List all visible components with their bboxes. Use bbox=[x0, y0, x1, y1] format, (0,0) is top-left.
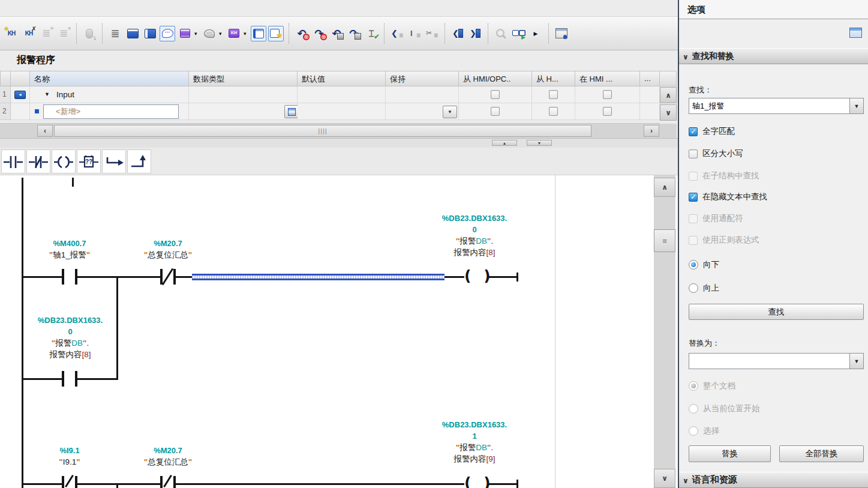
goto-related-icon[interactable] bbox=[389, 26, 405, 41]
contact-operand-label[interactable]: %I9.1 I9.1 bbox=[28, 445, 112, 468]
previous-error-icon[interactable] bbox=[294, 26, 310, 41]
next-error-icon[interactable] bbox=[311, 26, 327, 41]
operand-info-toggle-icon[interactable] bbox=[177, 26, 193, 41]
edit-favorites-icon[interactable] bbox=[268, 26, 284, 41]
table-cell[interactable] bbox=[640, 86, 660, 103]
replace-input[interactable] bbox=[692, 354, 849, 369]
insert-line-icon[interactable] bbox=[407, 26, 422, 41]
delete-network-icon[interactable] bbox=[21, 26, 37, 41]
table-cell[interactable] bbox=[575, 103, 640, 120]
empty-box-button[interactable]: ?? bbox=[77, 149, 101, 173]
column-header-default-value[interactable]: 默认值 bbox=[298, 71, 386, 86]
coil-operand-label[interactable]: %DB23.DBX1633. 1 报警DB 报警内容[9] bbox=[420, 419, 529, 465]
direction-up-radio[interactable] bbox=[689, 283, 698, 293]
nc-contact-bar[interactable] bbox=[75, 476, 77, 488]
symbol-info-toggle-icon[interactable] bbox=[226, 26, 242, 41]
comment-display-dropdown-icon[interactable] bbox=[219, 26, 224, 41]
find-replace-icon[interactable] bbox=[493, 26, 509, 41]
table-cell-name[interactable] bbox=[30, 103, 189, 120]
rung-wire[interactable] bbox=[487, 276, 516, 278]
nc-contact-bar[interactable] bbox=[160, 476, 163, 488]
find-combobox[interactable]: ▼ bbox=[689, 98, 864, 114]
table-hscroll-left-button[interactable]: ‹ bbox=[37, 125, 53, 137]
table-cell[interactable] bbox=[575, 86, 640, 103]
branch-contact-operand-label[interactable]: %DB23.DBX1633. 0 报警DB 报警内容[8] bbox=[19, 315, 121, 360]
in-hmi-checkbox[interactable] bbox=[603, 90, 612, 99]
rung-wire[interactable] bbox=[176, 276, 192, 278]
in-hmi-checkbox[interactable] bbox=[603, 107, 612, 116]
column-header-name[interactable]: 名称 bbox=[30, 71, 189, 86]
close-branch-button[interactable] bbox=[127, 149, 151, 173]
table-scroll-down-button[interactable]: ∨ bbox=[660, 104, 677, 121]
coil-symbol[interactable]: ( ) bbox=[464, 474, 494, 488]
open-branch-button[interactable] bbox=[102, 149, 126, 173]
rung-wire[interactable] bbox=[22, 483, 62, 485]
from-h-checkbox[interactable] bbox=[549, 90, 558, 99]
splitter-collapse-down-button[interactable]: ▼ bbox=[527, 140, 552, 146]
column-header-more[interactable]: ... bbox=[640, 71, 660, 86]
from-hmi-opc-checkbox[interactable] bbox=[491, 90, 500, 99]
find-dropdown-arrow-icon[interactable]: ▼ bbox=[849, 98, 863, 113]
insert-empty-box-icon[interactable] bbox=[38, 26, 54, 41]
nc-contact-button[interactable] bbox=[26, 149, 50, 173]
data-type-picker-button[interactable] bbox=[284, 105, 299, 118]
replace-combobox[interactable]: ▼ bbox=[689, 353, 864, 369]
table-cell[interactable] bbox=[189, 86, 298, 103]
replace-all-button[interactable]: 全部替换 bbox=[779, 445, 864, 462]
consistency-check-icon[interactable] bbox=[364, 26, 379, 41]
table-cell[interactable] bbox=[640, 103, 660, 120]
nc-contact-bar[interactable] bbox=[173, 476, 176, 488]
from-hmi-opc-checkbox[interactable] bbox=[491, 107, 500, 116]
monitoring-icon[interactable] bbox=[510, 26, 526, 41]
collapse-arrow-icon[interactable]: ▼ bbox=[44, 91, 50, 97]
from-h-checkbox[interactable] bbox=[549, 107, 558, 116]
splitter-collapse-up-button[interactable]: ▲ bbox=[492, 140, 517, 146]
whole-words-option[interactable]: 全字匹配 bbox=[689, 126, 735, 137]
find-in-hidden-option[interactable]: 在隐藏文本中查找 bbox=[689, 191, 767, 202]
rung-wire[interactable] bbox=[22, 276, 62, 278]
insert-row-icon[interactable] bbox=[56, 26, 71, 41]
table-cell[interactable] bbox=[532, 86, 575, 103]
find-button[interactable]: 查找 bbox=[689, 304, 864, 320]
nc-contact-bar[interactable] bbox=[160, 269, 163, 285]
lad-network-canvas[interactable]: ( ) %M400.7 轴1_报警 %M20.7 总复位汇总 %DB23.DBX… bbox=[0, 175, 678, 488]
coil-button[interactable] bbox=[52, 149, 76, 173]
column-header-from-hmi-opc[interactable]: 从 HMI/OPC.. bbox=[459, 71, 532, 86]
coil-operand-label[interactable]: %DB23.DBX1633. 0 报警DB 报警内容[8] bbox=[420, 212, 529, 258]
direction-down-option[interactable]: 向下 bbox=[689, 259, 719, 270]
branch-junction-wire[interactable] bbox=[116, 483, 118, 488]
network-sequence-icon[interactable] bbox=[107, 26, 123, 41]
find-input[interactable] bbox=[692, 98, 849, 113]
float-window-icon[interactable] bbox=[849, 28, 862, 38]
retain-dropdown-button[interactable]: ▼ bbox=[443, 106, 457, 118]
find-in-hidden-checkbox[interactable] bbox=[689, 193, 698, 202]
whole-words-checkbox[interactable] bbox=[689, 127, 698, 136]
rung-wire[interactable] bbox=[444, 276, 464, 278]
contact-operand-label[interactable]: %M400.7 轴1_报警 bbox=[28, 238, 112, 261]
rung-wire[interactable] bbox=[77, 276, 160, 278]
column-header-data-type[interactable]: 数据类型 bbox=[189, 71, 298, 86]
rung-wire[interactable] bbox=[77, 483, 160, 485]
column-header-retain[interactable]: 保持 bbox=[386, 71, 459, 86]
new-variable-input[interactable] bbox=[43, 104, 179, 119]
table-scroll-up-button[interactable]: ∧ bbox=[660, 87, 677, 103]
comment-display-toggle-icon[interactable] bbox=[202, 26, 217, 41]
table-cell-name[interactable]: ▼ Input bbox=[30, 86, 189, 103]
table-cell[interactable] bbox=[459, 103, 532, 120]
column-header-in-hmi[interactable]: 在 HMI ... bbox=[575, 71, 640, 86]
split-editor-icon[interactable] bbox=[554, 26, 569, 41]
more-commands-icon[interactable] bbox=[528, 26, 543, 41]
replace-dropdown-arrow-icon[interactable]: ▼ bbox=[849, 354, 863, 369]
table-hscroll-right-button[interactable]: › bbox=[644, 125, 659, 137]
splitter-bar[interactable] bbox=[0, 138, 678, 148]
table-cell[interactable]: ◂ bbox=[11, 86, 30, 103]
selected-wire[interactable] bbox=[192, 274, 444, 280]
contact-operand-label[interactable]: %M20.7 总复位汇总 bbox=[126, 238, 210, 261]
close-all-networks-icon[interactable] bbox=[142, 26, 158, 41]
no-contact-bar[interactable] bbox=[62, 269, 64, 285]
rung-wire[interactable] bbox=[487, 483, 516, 485]
no-contact-button[interactable] bbox=[1, 149, 25, 173]
match-case-option[interactable]: 区分大小写 bbox=[689, 148, 743, 159]
table-cell[interactable] bbox=[11, 103, 30, 120]
operand-info-dropdown-icon[interactable] bbox=[194, 26, 200, 41]
